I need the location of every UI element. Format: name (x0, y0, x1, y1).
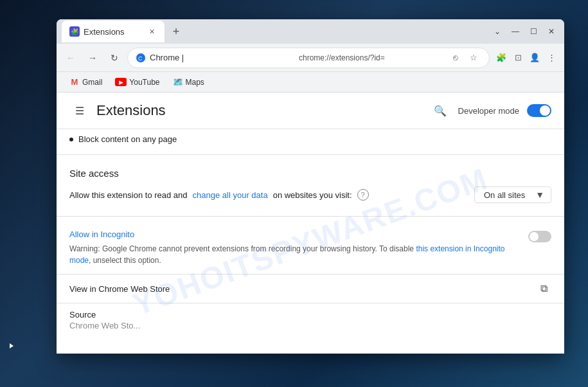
webstore-section: View in Chrome Web Store ⧉ (57, 274, 564, 303)
header-right: 🔍 Developer mode (430, 100, 551, 121)
incognito-title[interactable]: Allow in Incognito (69, 230, 518, 239)
warning-start: Warning: Google Chrome cannot prevent ex… (69, 244, 416, 253)
maps-icon: 🗺️ (173, 77, 183, 87)
site-access-dropdown-value: On all sites (484, 190, 525, 200)
chevron-down-button[interactable]: ⌄ (490, 24, 505, 39)
content-section-bullets: Block content on any page (57, 129, 564, 149)
warning-end: , unselect this option. (89, 256, 161, 265)
maximize-button[interactable]: ☐ (526, 24, 541, 39)
bullet-text: Block content on any page (78, 134, 177, 144)
site-access-row: Allow this extension to read and change … (69, 186, 551, 203)
youtube-icon: ▶ (115, 78, 127, 86)
extension-tab-icon: 🧩 (69, 26, 80, 37)
menu-toggle-button[interactable]: ☰ (69, 100, 90, 121)
new-tab-button[interactable]: + (167, 22, 185, 40)
site-access-desc-end: on websites you visit: (273, 190, 352, 200)
extensions-button[interactable]: 🧩 (494, 50, 509, 66)
site-access-title: Site access (69, 168, 551, 179)
incognito-warning: Warning: Google Chrome cannot prevent ex… (69, 243, 518, 266)
minimize-button[interactable]: — (508, 24, 523, 39)
incognito-section: Allow in Incognito Warning: Google Chrom… (57, 222, 564, 274)
external-link-icon[interactable]: ⧉ (536, 281, 551, 296)
site-access-dropdown[interactable]: On all sites ▼ (474, 186, 551, 203)
webstore-label: View in Chrome Web Store (69, 284, 536, 294)
bullet-block-content: Block content on any page (69, 129, 551, 149)
search-button[interactable]: 🔍 (430, 100, 450, 121)
source-title: Source (69, 310, 551, 320)
back-button[interactable]: ← (62, 49, 80, 67)
incognito-text-block: Allow in Incognito Warning: Google Chrom… (69, 230, 518, 266)
help-icon[interactable]: ? (357, 189, 369, 201)
bullet-dot (69, 138, 73, 141)
incognito-row: Allow in Incognito Warning: Google Chrom… (69, 230, 551, 266)
reload-button[interactable]: ↻ (105, 49, 123, 67)
gmail-icon: M (69, 77, 80, 87)
bookmarks-bar: M Gmail ▶ YouTube 🗺️ Maps (57, 72, 564, 93)
source-value: Chrome Web Sto... (69, 321, 551, 330)
developer-mode-toggle[interactable] (527, 104, 551, 117)
close-button[interactable]: ✕ (544, 24, 559, 39)
site-security-icon: C (136, 53, 146, 63)
divider-2 (57, 216, 564, 217)
profile-button[interactable]: 👤 (527, 50, 542, 66)
dropdown-arrow-icon: ▼ (535, 190, 544, 200)
site-name-text: Chrome | (150, 53, 295, 62)
site-access-link[interactable]: change all your data (193, 190, 268, 200)
window-controls: ⌄ — ☐ ✕ (490, 24, 559, 39)
incognito-toggle[interactable] (528, 231, 551, 242)
title-bar: 🧩 Extensions ✕ + ⌄ — ☐ ✕ (57, 19, 564, 44)
nav-bar: ← → ↻ C Chrome | chrome://extensions/?id… (57, 44, 564, 72)
bookmark-maps-label: Maps (186, 78, 204, 87)
page-title: Extensions (96, 102, 166, 119)
address-actions: ⎋ ☆ (448, 50, 481, 66)
tab-close-button[interactable]: ✕ (147, 26, 157, 37)
svg-text:C: C (138, 55, 143, 62)
bookmark-maps[interactable]: 🗺️ Maps (168, 76, 209, 89)
bookmark-youtube-label: YouTube (129, 78, 159, 87)
share-icon[interactable]: ⎋ (448, 50, 463, 66)
divider-1 (57, 154, 564, 155)
extensions-header: ☰ Extensions 🔍 Developer mode (57, 93, 564, 129)
split-view-button[interactable]: ⊡ (510, 50, 526, 66)
forward-button[interactable]: → (84, 49, 102, 67)
tab-label: Extensions (84, 27, 125, 37)
bookmark-icon[interactable]: ☆ (466, 50, 481, 66)
mouse-cursor (10, 343, 13, 348)
source-section: Source Chrome Web Sto... (57, 303, 564, 337)
browser-window: 🧩 Extensions ✕ + ⌄ — ☐ ✕ ← → ↻ C Chrome … (57, 19, 564, 354)
bookmark-youtube[interactable]: ▶ YouTube (110, 76, 165, 88)
bookmark-gmail-label: Gmail (82, 78, 102, 87)
page-content: ☰ Extensions 🔍 Developer mode YOHOITSPYW… (57, 93, 564, 354)
developer-mode-label: Developer mode (458, 106, 519, 116)
extensions-body: YOHOITSPYWARE.COM Block content on any p… (57, 129, 564, 354)
more-menu-button[interactable]: ⋮ (544, 50, 559, 66)
bookmark-gmail[interactable]: M Gmail (64, 76, 107, 89)
address-bar[interactable]: C Chrome | chrome://extensions/?id= ⎋ ☆ (127, 48, 490, 68)
site-access-desc-start: Allow this extension to read and (69, 190, 188, 200)
address-url: chrome://extensions/?id= (299, 53, 444, 62)
active-tab[interactable]: 🧩 Extensions ✕ (62, 21, 165, 42)
nav-right-buttons: 🧩 ⊡ 👤 ⋮ (494, 50, 559, 66)
site-access-section: Site access Allow this extension to read… (57, 160, 564, 211)
